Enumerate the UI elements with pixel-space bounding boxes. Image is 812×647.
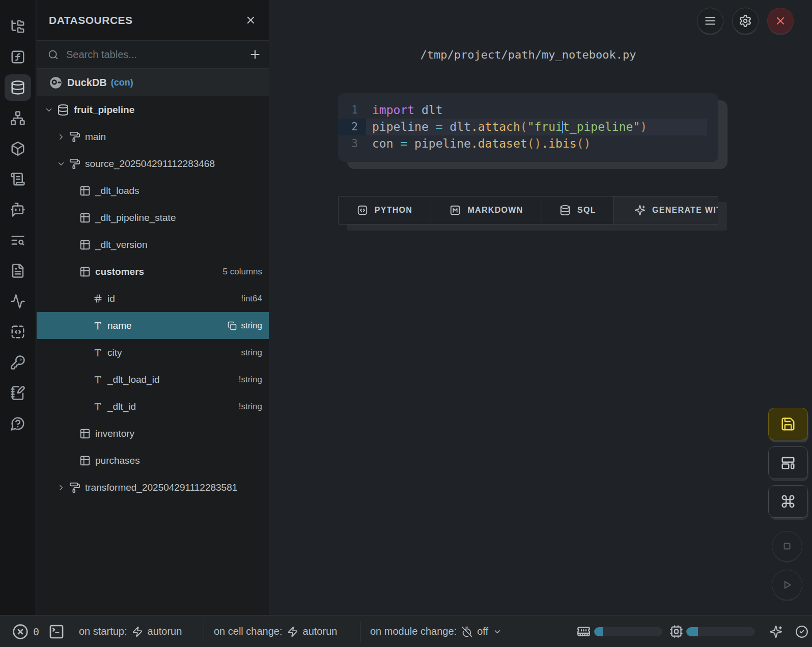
statusbar-group-0[interactable]: on startup:autorun <box>79 615 182 647</box>
tree-meta: string <box>228 321 262 331</box>
add-cell-generate-wit-button[interactable]: GENERATE WIT <box>614 196 718 224</box>
box-icon <box>10 141 25 156</box>
tree-label: inventory <box>95 428 134 439</box>
tree-row-purchases[interactable]: purchases <box>37 447 269 474</box>
rail-item-notebook-pen[interactable] <box>5 380 31 406</box>
tree-row-fruit_pipeline[interactable]: fruit_pipeline <box>37 96 269 123</box>
add-cell-markdown-button[interactable]: MARKDOWN <box>431 196 542 224</box>
tree-row-name[interactable]: Tnamestring <box>37 312 269 339</box>
folder-tree-icon <box>10 19 25 34</box>
chevron-down-icon[interactable] <box>56 159 66 168</box>
close-panel-icon[interactable] <box>245 14 257 26</box>
rail-item-scroll-text[interactable] <box>5 166 31 192</box>
tree-row-customers[interactable]: customers5 columns <box>37 258 269 285</box>
cpu-bar <box>686 615 755 647</box>
statusbar-group-2[interactable]: on module change:off <box>370 615 502 647</box>
rail-item-activity[interactable] <box>5 288 31 315</box>
tree-row-_dlt_id[interactable]: T_dlt_id!string <box>37 393 269 420</box>
terminal-button[interactable] <box>48 615 65 647</box>
chevron-right-icon[interactable] <box>56 483 66 492</box>
tree-row-_dlt_pipeline_state[interactable]: _dlt_pipeline_state <box>37 204 269 231</box>
tree-row-city[interactable]: Tcitystring <box>37 339 269 366</box>
tree-row-_dlt_loads[interactable]: _dlt_loads <box>37 177 269 204</box>
code-square-icon <box>357 205 368 216</box>
rail-item-help-bubble[interactable] <box>5 410 31 437</box>
tree-label: name <box>107 320 132 331</box>
rail-item-function-square[interactable] <box>5 44 31 70</box>
timer-off-icon <box>461 626 472 637</box>
tree-row-main[interactable]: main <box>37 123 269 150</box>
cpu-icon <box>669 625 683 638</box>
paint-roller-icon <box>69 158 80 170</box>
rail-item-box[interactable] <box>5 135 31 162</box>
rail-item-folder-tree[interactable] <box>5 13 31 40</box>
database-icon <box>10 80 25 95</box>
tree-label: _dlt_pipeline_state <box>95 212 176 223</box>
tree-row-transformed_202504291112283581[interactable]: transformed_202504291112283581 <box>37 474 269 501</box>
copy-icon <box>228 321 237 330</box>
zap-icon <box>132 626 143 637</box>
tree-row-id[interactable]: id!int64 <box>37 285 269 312</box>
tree-row-source_202504291112283468[interactable]: source_202504291112283468 <box>37 150 269 177</box>
memory-icon <box>577 625 591 638</box>
notebook-pen-icon <box>10 385 25 401</box>
settings-button[interactable] <box>732 8 759 34</box>
add-cell-python-button[interactable]: PYTHON <box>339 196 431 224</box>
add-cell-label: SQL <box>577 206 596 215</box>
stop-button[interactable] <box>772 531 802 561</box>
statusbar-group-1[interactable]: on cell change:autorun <box>214 615 337 647</box>
chevron-right-icon <box>57 132 66 142</box>
tree-row-engine[interactable]: DuckDB(con) <box>37 69 269 96</box>
panel-title: DATASOURCES <box>49 14 245 26</box>
rail-item-bot[interactable] <box>5 196 31 223</box>
rail-item-key[interactable] <box>5 349 31 376</box>
connection-status-icon[interactable] <box>795 615 808 647</box>
database-icon <box>559 205 571 216</box>
add-cell-label: GENERATE WIT <box>652 206 718 215</box>
text-search-icon <box>10 233 25 248</box>
menu-button[interactable] <box>697 8 723 34</box>
code-line-2[interactable]: 2pipeline = dlt.attach("fruit_pipeline") <box>338 119 718 135</box>
square-terminal-icon <box>48 624 65 640</box>
code-line-3[interactable]: 3con = pipeline.dataset().ibis() <box>338 135 718 152</box>
error-count[interactable]: 0 <box>12 615 39 647</box>
database-icon <box>57 104 69 116</box>
tree-label: main <box>85 131 106 143</box>
add-cell-sql-button[interactable]: SQL <box>542 196 614 224</box>
rail-item-network[interactable] <box>5 105 31 131</box>
help-bubble-icon <box>10 416 25 431</box>
code-line-1[interactable]: 1import dlt <box>338 102 718 119</box>
tree-label: city <box>107 347 122 358</box>
search-row <box>37 41 269 69</box>
code-cell[interactable]: 1import dlt2pipeline = dlt.attach("fruit… <box>338 93 718 162</box>
run-button[interactable] <box>772 570 802 600</box>
chevron-down-icon <box>57 159 66 168</box>
type-string-icon: T <box>95 320 101 331</box>
rail-item-text-search[interactable] <box>5 227 31 254</box>
group-label: on cell change: <box>214 626 283 637</box>
tree-label: purchases <box>95 455 140 466</box>
memory-bar <box>594 615 662 647</box>
command-palette-button[interactable] <box>768 485 808 518</box>
function-square-icon <box>10 49 25 65</box>
chevron-down-icon[interactable] <box>44 105 54 115</box>
search-input[interactable] <box>66 49 241 61</box>
shutdown-button[interactable] <box>767 8 794 34</box>
tree-label: transformed_202504291112283581 <box>85 482 237 493</box>
ai-assistant-button[interactable] <box>769 615 782 647</box>
paint-roller-icon <box>69 131 80 143</box>
tree-row-_dlt_version[interactable]: _dlt_version <box>37 231 269 258</box>
scroll-text-icon <box>10 172 25 187</box>
save-button[interactable] <box>768 408 808 440</box>
tree-row-_dlt_load_id[interactable]: T_dlt_load_id!string <box>37 366 269 393</box>
status-bar: 0on startup:autorunon cell change:autoru… <box>0 615 812 647</box>
markdown-square-icon <box>450 205 461 216</box>
layout-toggle-button[interactable] <box>768 446 808 479</box>
rail-item-database[interactable] <box>5 74 31 101</box>
chevron-right-icon[interactable] <box>56 132 66 142</box>
add-datasource-button[interactable] <box>241 41 269 68</box>
type-string-icon: T <box>95 347 101 358</box>
rail-item-file-text[interactable] <box>5 258 31 284</box>
tree-row-inventory[interactable]: inventory <box>37 420 269 447</box>
rail-item-snippet[interactable] <box>5 319 31 345</box>
